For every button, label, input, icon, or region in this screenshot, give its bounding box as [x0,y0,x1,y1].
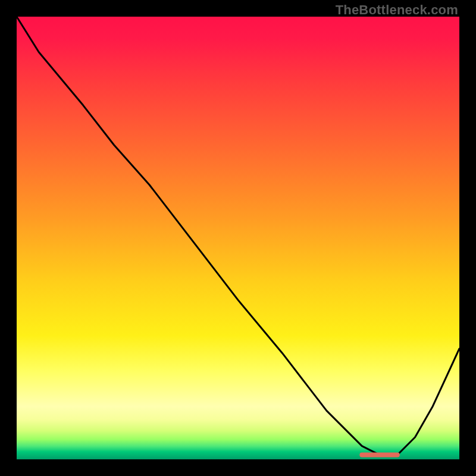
bottleneck-curve [17,17,459,455]
watermark-text: TheBottleneck.com [336,2,458,18]
chart-frame: TheBottleneck.com [0,0,476,476]
plot-area [17,17,459,459]
curve-layer [17,17,459,459]
